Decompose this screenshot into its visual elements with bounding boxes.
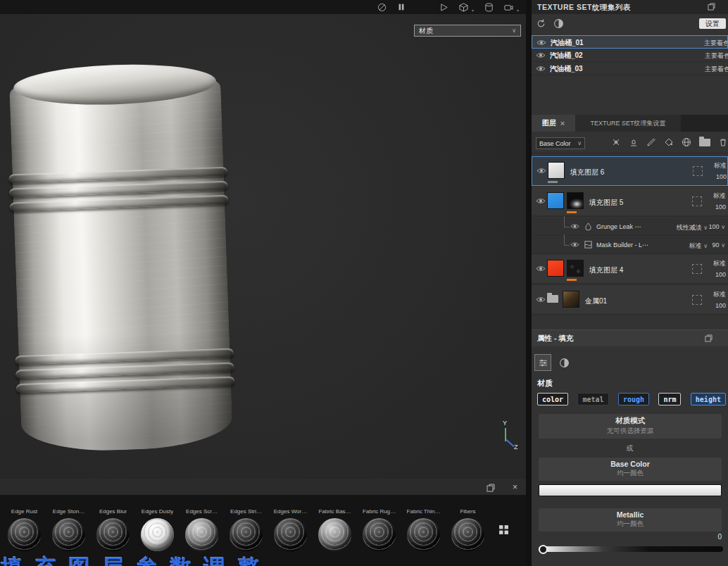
material-sphere-preview[interactable] xyxy=(451,518,484,551)
texture-set-row[interactable]: 汽油桶_01 主要着色 xyxy=(532,35,728,49)
blend-opacity-column[interactable]: 标准 100 xyxy=(705,258,726,280)
list-item[interactable]: Fibers xyxy=(446,508,489,551)
pause-icon[interactable] xyxy=(397,3,406,11)
material-sphere-preview[interactable] xyxy=(96,518,130,551)
visibility-eye-icon[interactable] xyxy=(536,65,546,72)
refresh-textures-icon[interactable] xyxy=(536,18,546,29)
visibility-eye-icon[interactable] xyxy=(536,265,546,272)
visibility-eye-icon[interactable] xyxy=(570,241,579,248)
detach-panel-icon[interactable] xyxy=(705,334,713,342)
material-view-icon[interactable] xyxy=(484,3,494,12)
grid-view-icon[interactable] xyxy=(498,524,509,535)
paint-layer-icon[interactable] xyxy=(646,137,656,147)
close-icon[interactable]: × xyxy=(560,119,565,127)
detach-panel-icon[interactable] xyxy=(708,3,715,11)
folder-thumbnail[interactable] xyxy=(563,291,579,308)
metallic-box[interactable]: Metallic 均一颜色 xyxy=(539,508,722,532)
list-item[interactable]: Edges Scr… xyxy=(180,508,223,551)
metallic-slider[interactable] xyxy=(539,545,723,554)
blend-opacity-column[interactable]: 标准 100 xyxy=(705,160,727,182)
material-sphere-preview[interactable] xyxy=(318,518,351,551)
delete-layer-icon[interactable] xyxy=(718,137,728,147)
chevron-down-icon[interactable]: ▾ xyxy=(472,8,474,14)
barrel-3d-model[interactable] xyxy=(8,61,233,463)
mask-placeholder[interactable] xyxy=(693,166,703,176)
effect-opacity-dropdown[interactable]: 90 ∨ xyxy=(713,241,725,249)
slider-knob[interactable] xyxy=(539,545,548,554)
effect-opacity-dropdown[interactable]: 100 ∨ xyxy=(709,223,725,230)
tab-layers[interactable]: 图层 × xyxy=(532,115,575,132)
solo-view-icon[interactable] xyxy=(553,18,564,29)
perspective-view-icon[interactable] xyxy=(439,3,448,12)
view-mode-dropdown[interactable]: 材质 ∨ xyxy=(414,25,521,37)
material-mode-box[interactable]: 材质模式 无可供选择资源 xyxy=(539,414,722,439)
base-color-swatch[interactable] xyxy=(539,484,722,496)
material-sphere-preview[interactable] xyxy=(8,518,41,551)
properties-preview-tab[interactable] xyxy=(556,354,572,371)
channel-height-button[interactable]: height xyxy=(691,393,726,405)
effect-blend-dropdown[interactable]: 标准 ∨ xyxy=(664,241,708,251)
list-item[interactable]: Edge Ston… xyxy=(47,508,90,551)
slider-track[interactable] xyxy=(539,546,723,552)
effect-row-mask-builder[interactable]: Mask Builder - L⋯ 标准 ∨ 90 ∨ xyxy=(532,237,728,254)
mesh-view-icon[interactable] xyxy=(459,3,468,12)
mask-placeholder[interactable] xyxy=(692,196,702,206)
list-item[interactable]: Edges Dusty xyxy=(136,508,179,551)
material-sphere-preview[interactable] xyxy=(363,518,396,551)
list-item[interactable]: Fabric Bas… xyxy=(313,508,356,551)
material-sphere-preview[interactable] xyxy=(52,518,85,551)
camera-view-icon[interactable] xyxy=(504,3,513,12)
layer-thumbnail[interactable] xyxy=(548,162,565,179)
texture-set-row[interactable]: 汽油桶_02 主要着色 xyxy=(532,49,728,62)
mask-thumbnail[interactable] xyxy=(567,192,584,209)
mask-placeholder[interactable] xyxy=(692,264,702,274)
layer-row-fill-6[interactable]: 填充图层 6 标准 100 xyxy=(532,156,728,186)
add-effect-icon[interactable] xyxy=(611,137,621,147)
base-color-box[interactable]: Base Color 均一颜色 xyxy=(539,458,722,481)
viewport-3d[interactable] xyxy=(0,14,526,479)
material-sphere-preview[interactable] xyxy=(141,518,174,551)
blend-opacity-column[interactable]: 标准 100 xyxy=(705,289,726,311)
visibility-eye-icon[interactable] xyxy=(536,168,546,174)
channel-color-button[interactable]: color xyxy=(537,393,568,405)
layer-thumbnail[interactable] xyxy=(547,192,564,209)
channel-rough-button[interactable]: rough xyxy=(618,393,649,405)
list-item[interactable]: Edges Wor… xyxy=(269,508,312,551)
settings-button[interactable]: 设置 xyxy=(699,18,726,29)
channel-dropdown[interactable]: Base Color ∨ xyxy=(536,137,585,149)
material-sphere-preview[interactable] xyxy=(230,518,263,551)
smart-material-icon[interactable] xyxy=(682,137,691,147)
visibility-eye-icon[interactable] xyxy=(536,296,546,303)
mask-placeholder[interactable] xyxy=(692,295,702,305)
list-item[interactable]: Fabric Rug… xyxy=(358,508,401,551)
visibility-eye-icon[interactable] xyxy=(536,52,546,58)
channel-nrm-button[interactable]: nrm xyxy=(658,393,681,405)
effect-blend-dropdown[interactable]: 线性减淡 ∨ xyxy=(664,223,708,232)
visibility-eye-icon[interactable] xyxy=(570,223,579,229)
list-item[interactable]: Edges Stri… xyxy=(225,508,268,551)
list-item[interactable]: Edge Rust xyxy=(3,508,46,551)
layer-thumbnail[interactable] xyxy=(547,260,564,277)
list-item[interactable]: Edges Blur xyxy=(92,508,134,551)
axis-gizmo[interactable]: Y Z xyxy=(493,421,525,453)
layer-row-fill-5[interactable]: 填充图层 5 标准 100 xyxy=(532,187,728,217)
mask-thumbnail[interactable] xyxy=(567,260,584,277)
channel-metal-button[interactable]: metal xyxy=(577,393,608,405)
layer-row-folder-metal01[interactable]: 金属01 标准 100 xyxy=(532,286,728,315)
list-item[interactable]: Fabric Thin… xyxy=(402,508,445,551)
material-sphere-preview[interactable] xyxy=(185,518,218,551)
texture-set-row[interactable]: 汽油桶_03 主要着色 xyxy=(532,62,728,75)
effect-row-grunge-leak[interactable]: Grunge Leak ⋯ 线性减淡 ∨ 100 ∨ xyxy=(532,218,728,236)
material-sphere-preview[interactable] xyxy=(274,518,307,551)
material-sphere-preview[interactable] xyxy=(407,518,440,551)
close-panel-icon[interactable]: × xyxy=(513,482,517,492)
detach-panel-icon[interactable] xyxy=(487,484,495,492)
layer-row-fill-4[interactable]: 填充图层 4 标准 100 xyxy=(532,255,728,284)
symmetry-off-icon[interactable] xyxy=(377,3,387,12)
new-folder-icon[interactable] xyxy=(699,139,710,146)
blend-opacity-column[interactable]: 标准 100 xyxy=(705,190,726,213)
tab-texture-set-settings[interactable]: TEXTURE SET纹理集设置 xyxy=(575,115,681,132)
chevron-down-icon[interactable]: ▾ xyxy=(517,8,519,14)
visibility-eye-icon[interactable] xyxy=(536,39,546,46)
panel-splitter[interactable] xyxy=(526,0,532,566)
